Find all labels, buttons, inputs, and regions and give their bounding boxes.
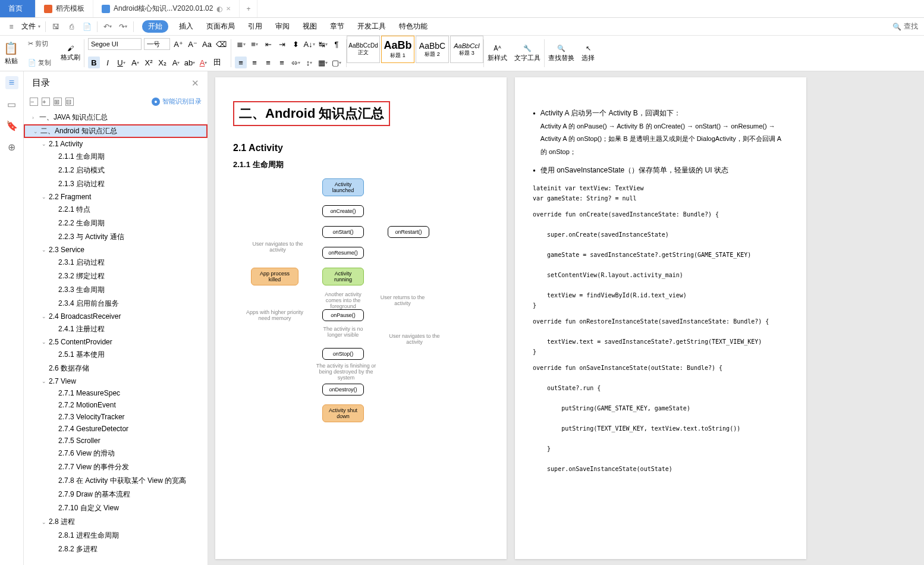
tree-item[interactable]: ⌄2.3 Service: [24, 244, 208, 256]
ribbon-review[interactable]: 审阅: [273, 20, 292, 33]
smart-outline-button[interactable]: ●智能识别目录: [152, 97, 202, 106]
align-right-icon[interactable]: ≡: [262, 56, 274, 68]
tree-item[interactable]: 2.7.1 MeasureSpec: [24, 387, 208, 399]
tree-item[interactable]: 2.3.1 启动过程: [24, 256, 208, 269]
indent-icon[interactable]: ⇥: [276, 38, 288, 50]
tree-item[interactable]: ⌄二、Android 知识点汇总: [24, 124, 208, 138]
file-menu[interactable]: 文件▾: [21, 21, 40, 32]
tab-home[interactable]: 首页: [0, 0, 36, 17]
tree-item[interactable]: 2.3.4 启用前台服务: [24, 297, 208, 310]
undo-icon[interactable]: ↶▾: [102, 21, 113, 32]
tree-item[interactable]: 2.5.1 基本使用: [24, 348, 208, 362]
bookmark-icon[interactable]: 🔖: [5, 119, 18, 132]
strike-button[interactable]: A̵▾: [129, 56, 141, 68]
show-marks-icon[interactable]: ¶: [331, 38, 342, 50]
cut-button[interactable]: ✂ 剪切: [26, 38, 54, 49]
tab-add[interactable]: +: [240, 0, 257, 17]
zoom-icon[interactable]: ⊕: [5, 140, 18, 153]
change-case-icon[interactable]: Aa: [201, 38, 213, 50]
number-list-icon[interactable]: ≡▾: [249, 38, 260, 50]
menu-icon[interactable]: ≡: [6, 21, 17, 32]
style-h2[interactable]: AaBbC标题 2: [416, 36, 449, 63]
promote-icon[interactable]: ⊞: [54, 98, 62, 106]
tree-item[interactable]: ⌄2.1 Activity: [24, 138, 208, 150]
text-tool-button[interactable]: 🔧文字工具: [511, 36, 544, 71]
tree-item[interactable]: 2.7.10 自定义 View: [24, 501, 208, 515]
preview-icon[interactable]: 📄: [81, 21, 92, 32]
redo-icon[interactable]: ↷▾: [118, 21, 128, 32]
subscript-button[interactable]: X₂: [156, 56, 168, 68]
document-canvas[interactable]: 二、Android 知识点汇总 2.1 Activity 2.1.1 生命周期 …: [208, 71, 924, 565]
tree-item[interactable]: ⌄2.7 View: [24, 375, 208, 387]
new-style-button[interactable]: Āᴬ新样式: [484, 36, 511, 71]
tree-item[interactable]: 2.7.6 View 的滑动: [24, 447, 208, 460]
tree-item[interactable]: 2.2.3 与 Activity 通信: [24, 230, 208, 244]
ribbon-view[interactable]: 视图: [300, 20, 319, 33]
paste-icon[interactable]: 📋: [4, 41, 18, 55]
ribbon-dev[interactable]: 开发工具: [355, 20, 388, 33]
bold-button[interactable]: B: [88, 56, 100, 68]
shading-icon[interactable]: ▦▾: [317, 56, 329, 68]
tree-item[interactable]: 2.8.1 进程生命周期: [24, 529, 208, 542]
tree-item[interactable]: 2.2.1 特点: [24, 203, 208, 216]
tree-item[interactable]: 2.2.2 生命周期: [24, 216, 208, 230]
tree-item[interactable]: 2.6 数据存储: [24, 362, 208, 375]
find-replace-button[interactable]: 🔍查找替换: [545, 36, 578, 71]
tree-item[interactable]: ⌄2.5 ContentProvider: [24, 336, 208, 348]
outline-icon[interactable]: ≡: [5, 76, 18, 89]
ribbon-layout[interactable]: 页面布局: [204, 20, 237, 33]
clear-format-icon[interactable]: ⌫: [215, 38, 227, 50]
tree-item[interactable]: 2.7.8 在 Activity 中获取某个 View 的宽高: [24, 474, 208, 488]
font-color-button[interactable]: A▾: [197, 56, 209, 68]
copy-button[interactable]: 📄 复制: [26, 57, 54, 68]
tree-item[interactable]: 2.7.3 VelocityTracker: [24, 411, 208, 423]
close-outline-icon[interactable]: ✕: [191, 78, 199, 89]
justify-icon[interactable]: ≡: [276, 56, 288, 68]
line-height-icon[interactable]: ↕▾: [303, 56, 315, 68]
tree-item[interactable]: 2.7.4 GestureDetector: [24, 423, 208, 435]
tree-item[interactable]: ⌄2.2 Fragment: [24, 191, 208, 203]
demote-icon[interactable]: ⊟: [65, 98, 74, 106]
ribbon-start[interactable]: 开始: [142, 20, 168, 33]
superscript-button[interactable]: X²: [143, 56, 155, 68]
font-size-select[interactable]: [144, 38, 170, 50]
tree-item[interactable]: 2.1.2 启动模式: [24, 164, 208, 177]
tab-doc-active[interactable]: Android核心知识...V2020.01.02◐✕: [93, 0, 240, 17]
expand-all-icon[interactable]: +: [42, 98, 50, 106]
tree-item[interactable]: ⌄2.8 进程: [24, 515, 208, 529]
distribute-icon[interactable]: ⬄▾: [290, 56, 301, 68]
style-h1[interactable]: AaBb标题 1: [381, 36, 414, 63]
collapse-all-icon[interactable]: −: [30, 98, 38, 106]
format-painter[interactable]: 🖌 格式刷: [57, 36, 84, 71]
tree-item[interactable]: 2.7.9 Draw 的基本流程: [24, 488, 208, 501]
tab-template[interactable]: 稻壳模板: [36, 0, 93, 17]
select-button[interactable]: ↖选择: [578, 36, 598, 71]
style-body[interactable]: AaBbCcDd正文: [347, 36, 380, 63]
text-effect-button[interactable]: A▾: [170, 56, 182, 68]
border-button[interactable]: 田: [211, 56, 223, 68]
tree-item[interactable]: 2.4.1 注册过程: [24, 322, 208, 336]
ribbon-ref[interactable]: 引用: [246, 20, 265, 33]
bullet-list-icon[interactable]: ≣▾: [235, 38, 247, 50]
ribbon-chapter[interactable]: 章节: [328, 20, 347, 33]
italic-button[interactable]: I: [102, 56, 114, 68]
tree-item[interactable]: 2.7.5 Scroller: [24, 435, 208, 447]
style-h3[interactable]: AaBbCcI标题 3: [450, 36, 483, 63]
print-icon[interactable]: ⎙: [66, 21, 77, 32]
highlight-button[interactable]: ab▾: [184, 56, 196, 68]
sort-icon[interactable]: A↓▾: [303, 38, 315, 50]
underline-button[interactable]: U▾: [115, 56, 127, 68]
align-center-icon[interactable]: ≡: [249, 56, 260, 68]
increase-font-icon[interactable]: A⁺: [172, 38, 184, 50]
tree-item[interactable]: 2.1.3 启动过程: [24, 177, 208, 191]
borders-icon[interactable]: ▢▾: [331, 56, 342, 68]
pages-icon[interactable]: ▭: [5, 98, 18, 111]
tree-item[interactable]: 2.7.2 MotionEvent: [24, 399, 208, 411]
line-spacing-icon[interactable]: ⬍: [290, 38, 301, 50]
tree-item[interactable]: 2.3.3 生命周期: [24, 283, 208, 297]
tree-item[interactable]: 2.3.2 绑定过程: [24, 269, 208, 283]
ribbon-special[interactable]: 特色功能: [397, 20, 430, 33]
ribbon-insert[interactable]: 插入: [177, 20, 196, 33]
close-icon[interactable]: ✕: [226, 5, 231, 12]
tree-item[interactable]: ⌄2.4 BroadcastReceiver: [24, 310, 208, 322]
